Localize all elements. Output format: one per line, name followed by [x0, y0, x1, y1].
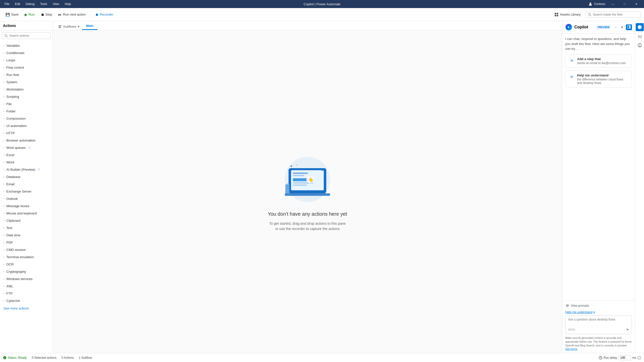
svg-text:✦: ✦ [290, 164, 293, 168]
menu-view[interactable]: View [50, 1, 62, 7]
stop-button[interactable]: ⏹ Stop [38, 11, 55, 18]
action-item-cryptography[interactable]: ›Cryptography [0, 268, 53, 275]
search-inside-flow[interactable] [586, 12, 641, 18]
svg-line-51 [600, 358, 601, 358]
maximize-button[interactable]: □ [619, 0, 630, 8]
action-item-ocr[interactable]: ›OCR [0, 261, 53, 268]
action-item-conditionals[interactable]: ›Conditionals [0, 49, 53, 57]
view-prompts-button[interactable]: View prompts [565, 303, 589, 308]
close-button[interactable]: ✕ [630, 0, 642, 8]
svg-rect-15 [293, 172, 308, 174]
subflows-button[interactable]: Subflows ▾ [56, 23, 82, 30]
action-item-ai-builder[interactable]: ›AI Builder (Preview)⬡ [0, 166, 53, 173]
recorder-button[interactable]: ⏺ Recorder [93, 11, 116, 18]
action-item-date-time[interactable]: ›Date time [0, 232, 53, 239]
variables-panel-button[interactable]: {x} [636, 32, 644, 40]
copilot-panel: ✦ Copilot PREVIEW ··· ✕ I can chat, resp… [562, 21, 635, 353]
run-next-action-button[interactable]: ⏭ Run next action [56, 11, 88, 18]
action-item-loops[interactable]: ›Loops [0, 57, 53, 64]
main-tab[interactable]: Main [82, 22, 98, 30]
copilot-panel-icon [627, 25, 631, 29]
copilot-close-button[interactable]: ✕ [619, 24, 625, 30]
action-item-scripting[interactable]: ›Scripting [0, 93, 53, 100]
send-button[interactable]: ➤ [626, 327, 629, 332]
action-item-compression[interactable]: ›Compression [0, 115, 53, 122]
assets-library-button[interactable]: Assets Library [551, 11, 584, 18]
action-item-browser-automation[interactable]: ›Browser automation [0, 137, 53, 144]
menu-bar: File Edit Debug Tools View Help [2, 1, 73, 7]
subflows-icon [58, 25, 62, 28]
svg-point-5 [588, 13, 590, 15]
copilot-mode-dropdown[interactable]: Help me understand ▾ [565, 310, 632, 314]
chevron-icon: › [4, 124, 4, 127]
action-item-variables[interactable]: ›Variables [0, 42, 53, 49]
action-item-message-boxes[interactable]: ›Message boxes [0, 202, 53, 210]
action-item-cmd-session[interactable]: ›CMD session [0, 246, 53, 253]
action-item-database[interactable]: ›Database [0, 173, 53, 180]
action-item-work-queues[interactable]: ›Work queues⬡ [0, 144, 53, 151]
action-item-folder[interactable]: ›Folder [0, 108, 53, 115]
action-item-exchange-server[interactable]: ›Exchange Server [0, 188, 53, 195]
action-item-system[interactable]: ›System [0, 78, 53, 86]
action-item-email[interactable]: ›Email [0, 180, 53, 188]
copilot-intro-text: I can chat, respond to questions, and he… [565, 36, 632, 51]
actions-search-input[interactable] [9, 34, 48, 37]
menu-file[interactable]: File [2, 1, 12, 7]
action-item-outlook[interactable]: ›Outlook [0, 195, 53, 202]
menu-edit[interactable]: Edit [12, 1, 23, 7]
actions-search-box[interactable] [2, 32, 51, 39]
action-item-clipboard[interactable]: ›Clipboard [0, 217, 53, 224]
copilot-more-options[interactable]: ··· [613, 24, 618, 30]
char-count: 0/500 [568, 328, 575, 331]
see-more-actions[interactable]: See more actions [0, 304, 53, 312]
action-item-mouse-keyboard[interactable]: ›Mouse and keyboard [0, 210, 53, 217]
action-item-ui-automation[interactable]: ›UI automation [0, 122, 53, 129]
svg-rect-1 [555, 13, 556, 14]
action-item-windows-services[interactable]: ›Windows services [0, 275, 53, 283]
svg-rect-16 [293, 175, 304, 176]
assets-icon [554, 13, 558, 17]
svg-point-0 [590, 3, 591, 4]
action-item-xml[interactable]: ›XML [0, 283, 53, 290]
search-inside-flow-input[interactable] [593, 13, 639, 16]
save-button[interactable]: 💾 Save [3, 11, 21, 18]
menu-debug[interactable]: Debug [23, 1, 37, 7]
action-item-run-flow[interactable]: ›Run flow [0, 71, 53, 78]
copilot-expand-button[interactable] [626, 24, 632, 30]
actions-header: Actions [0, 21, 53, 30]
chevron-icon: › [4, 263, 4, 266]
copilot-suggestion-help-understand[interactable]: ✦ Help me understand the difference betw… [565, 71, 632, 87]
action-item-workstation[interactable]: ›Workstation [0, 86, 53, 93]
action-item-pdf[interactable]: ›PDF [0, 239, 53, 246]
action-item-http[interactable]: ›HTTP [0, 129, 53, 137]
actions-sidebar: Actions ›Variables ›Conditionals ›Loops … [0, 21, 53, 353]
run-delay-info-icon: i [637, 356, 641, 359]
action-item-cyberark[interactable]: ›CyberArk [0, 297, 53, 304]
action-item-word[interactable]: ›Word [0, 159, 53, 166]
run-delay-input[interactable] [618, 355, 631, 360]
run-next-icon: ⏭ [58, 13, 62, 17]
action-item-file[interactable]: ›File [0, 100, 53, 108]
errors-panel-button[interactable] [636, 41, 644, 49]
action-item-flow-control[interactable]: ›Flow control [0, 64, 53, 71]
copilot-header-actions: ··· ✕ [613, 24, 632, 30]
copilot-panel-toggle[interactable]: ✦ [636, 23, 644, 31]
svg-rect-39 [566, 305, 569, 305]
run-button[interactable]: ▶ Run [22, 11, 37, 18]
menu-tools[interactable]: Tools [37, 1, 50, 7]
action-item-terminal-emulation[interactable]: ›Terminal emulation [0, 253, 53, 261]
see-terms-link[interactable]: See terms [565, 347, 577, 350]
chevron-icon: › [4, 212, 4, 215]
action-item-ftp[interactable]: ›FTP [0, 290, 53, 297]
menu-help[interactable]: Help [62, 1, 73, 7]
action-item-text[interactable]: ›Text [0, 224, 53, 232]
chevron-icon: › [4, 197, 4, 200]
action-item-excel[interactable]: ›Excel [0, 151, 53, 159]
run-icon: ▶ [25, 13, 27, 17]
minimize-button[interactable]: — [607, 0, 619, 8]
chevron-icon: › [4, 139, 4, 142]
copilot-textarea[interactable] [568, 318, 629, 325]
svg-text:✦: ✦ [638, 26, 641, 29]
chevron-icon: › [4, 234, 4, 237]
copilot-suggestion-add-step[interactable]: ✦ Add a step that sends an email to lee@… [565, 54, 632, 68]
